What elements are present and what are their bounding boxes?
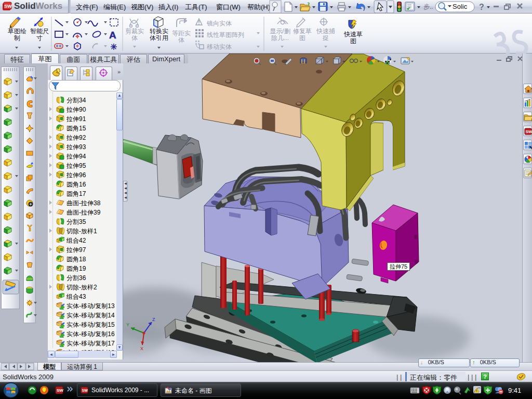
svg-text:SW: SW bbox=[57, 388, 63, 393]
svg-text:步..: 步.. bbox=[423, 3, 433, 10]
svg-text:SW: SW bbox=[82, 389, 88, 392]
svg-text:X: X bbox=[140, 346, 143, 351]
svg-text:SW: SW bbox=[526, 129, 532, 134]
svg-text:Z: Z bbox=[152, 317, 155, 322]
svg-text:Solic: Solic bbox=[453, 3, 468, 10]
svg-text:SW: SW bbox=[4, 4, 12, 9]
svg-text:?: ? bbox=[479, 3, 484, 11]
svg-text:Y: Y bbox=[126, 322, 129, 327]
svg-text:9:41: 9:41 bbox=[508, 387, 521, 394]
svg-text:!: ! bbox=[476, 389, 477, 392]
svg-text:A: A bbox=[109, 30, 116, 41]
